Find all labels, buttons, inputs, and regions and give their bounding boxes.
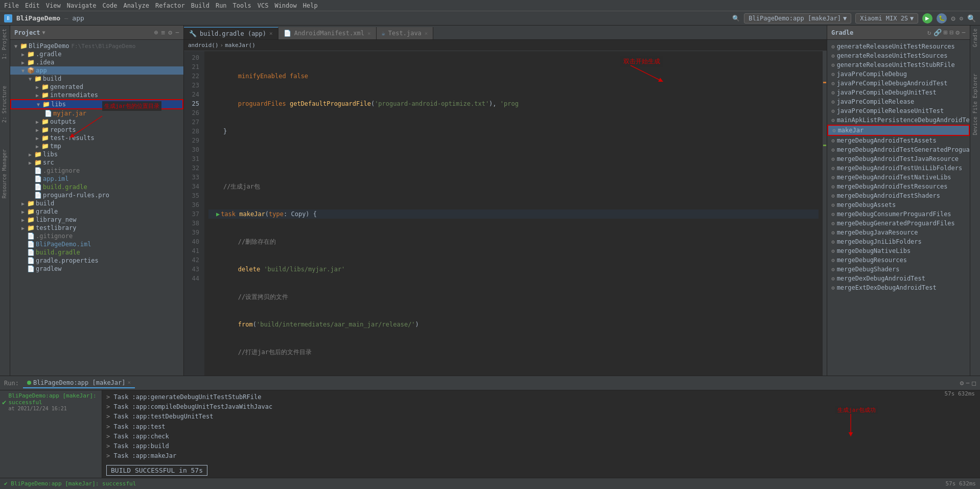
menu-file[interactable]: File — [4, 2, 19, 9]
gradle-task-generateReleaseUnitTestResources[interactable]: ⚙ generateReleaseUnitTestResources — [827, 42, 970, 51]
gradle-icon-minimize[interactable]: − — [962, 29, 966, 36]
gradle-task-mainApkListPersistenceDebugAndroidTest[interactable]: ⚙ mainApkListPersistenceDebugAndroidTest — [827, 115, 970, 125]
run-icon-expand[interactable]: □ — [972, 379, 976, 387]
gradle-task-javaPreCompileDebugUnitTest[interactable]: ⚙ javaPreCompileDebugUnitTest — [827, 88, 970, 97]
tree-root[interactable]: ▼ 📁 BliPageDemo F:\Test\BliPageDemo — [10, 42, 183, 50]
menu-run[interactable]: Run — [216, 2, 227, 9]
tab-manifest-close[interactable]: × — [367, 30, 371, 37]
tab-structure[interactable]: 2: Structure — [0, 83, 10, 126]
menu-edit[interactable]: Edit — [25, 2, 40, 9]
gradle-icon-collapse[interactable]: ⊟ — [950, 29, 954, 36]
gradle-task-generateReleaseUnitTestSources[interactable]: ⚙ generateReleaseUnitTestSources — [827, 51, 970, 60]
tree-item-generated[interactable]: ▶ 📁 generated — [10, 83, 183, 91]
breadcrumb-android[interactable]: android() — [188, 42, 219, 49]
gradle-task-mergeDebugAndroidTestJavaResource[interactable]: ⚙ mergeDebugAndroidTestJavaResource — [827, 154, 970, 164]
run-config-selector[interactable]: BliPageDemo:app [makeJar] ▼ — [744, 13, 851, 24]
tab-manifest[interactable]: 📄 AndroidManifest.xml × — [278, 27, 377, 39]
gradle-icon-settings[interactable]: ⚙ — [955, 29, 960, 36]
code-content[interactable]: minifyEnabled false proguardFiles getDef… — [204, 51, 823, 376]
toolbar-more[interactable]: ⚙ — [960, 15, 963, 22]
code-editor[interactable]: 20 21 22 23 24 25 26 27 28 29 30 31 32 3… — [184, 51, 827, 376]
menu-help[interactable]: Help — [303, 2, 318, 9]
tab-build-gradle[interactable]: 🔧 build.gradle (app) × — [184, 27, 278, 39]
toolbar-search-btn[interactable]: 🔍 — [967, 14, 976, 22]
gradle-task-mergeDebugAndroidTestResources[interactable]: ⚙ mergeDebugAndroidTestResources — [827, 182, 970, 191]
tree-item-reports[interactable]: ▶ 📁 reports — [10, 126, 183, 134]
project-panel-dropdown[interactable]: ▼ — [42, 30, 45, 35]
tree-item-app-gradle[interactable]: 📄 build.gradle — [10, 183, 183, 191]
tree-item-libs-build[interactable]: ▼ 📁 libs — [10, 99, 183, 109]
tree-item-root-gitignore[interactable]: 📄 .gitignore — [10, 232, 183, 240]
tree-item-test-results[interactable]: ▶ 📁 test-results — [10, 134, 183, 142]
tab-device-files[interactable]: Device File Explorer — [971, 71, 979, 138]
breadcrumb-makejar[interactable]: makeJar() — [225, 42, 255, 49]
gradle-task-mergeDebugJniLibFolders[interactable]: ⚙ mergeDebugJniLibFolders — [827, 237, 970, 246]
run-button[interactable]: ▶ — [922, 13, 932, 24]
tree-item-gradle-dir[interactable]: ▶ 📁 .gradle — [10, 50, 183, 58]
toolbar-search[interactable]: ⚙ — [951, 14, 955, 22]
gradle-task-mergeDebugAndroidTestGeneratedProguardFiles[interactable]: ⚙ mergeDebugAndroidTestGeneratedProguard… — [827, 145, 970, 154]
gradle-task-mergeDebugAndroidTestAssets[interactable]: ⚙ mergeDebugAndroidTestAssets — [827, 136, 970, 145]
gradle-task-mergeDebugResources[interactable]: ⚙ mergeDebugResources — [827, 255, 970, 265]
menu-navigate[interactable]: Navigate — [67, 2, 97, 9]
tree-item-build[interactable]: ▼ 📁 build — [10, 75, 183, 83]
tree-item-intermediates[interactable]: ▶ 📁 intermediates — [10, 91, 183, 99]
tree-item-root-iml[interactable]: 📄 BliPageDemo.iml — [10, 240, 183, 248]
tree-item-myjar[interactable]: 📄 myjar.jar — [10, 109, 183, 118]
gradle-task-makeJar[interactable]: ⚙ makeJar — [827, 125, 970, 136]
run-icon-minimize[interactable]: − — [966, 379, 970, 387]
gradle-icon-refresh[interactable]: ↻ — [927, 29, 931, 36]
menu-view[interactable]: View — [46, 2, 61, 9]
tree-item-app-gitignore[interactable]: 📄 .gitignore — [10, 167, 183, 175]
gradle-task-mergeDebugGeneratedProguardFiles[interactable]: ⚙ mergeDebugGeneratedProguardFiles — [827, 219, 970, 228]
tab-gradle-right[interactable]: Gradle — [971, 26, 979, 50]
tree-item-library-new[interactable]: ▶ 📁 library_new — [10, 216, 183, 224]
menu-analyze[interactable]: Analyze — [123, 2, 149, 9]
gradle-icon-link[interactable]: 🔗 — [934, 29, 942, 36]
tree-item-testlibrary[interactable]: ▶ 📁 testlibrary — [10, 224, 183, 232]
gradle-task-mergeDebugAndroidTestShaders[interactable]: ⚙ mergeDebugAndroidTestShaders — [827, 191, 970, 200]
tree-item-idea[interactable]: ▶ 📁 .idea — [10, 58, 183, 66]
icon-locate[interactable]: ⊕ — [154, 29, 158, 36]
tab-test-java-close[interactable]: × — [425, 30, 428, 37]
tree-item-root-gradle[interactable]: ▶ 📁 gradle — [10, 207, 183, 216]
gradle-task-javaPreCompileDebug[interactable]: ⚙ javaPreCompileDebug — [827, 69, 970, 79]
menu-tools[interactable]: Tools — [233, 2, 251, 9]
tree-item-app-libs[interactable]: ▶ 📁 libs — [10, 150, 183, 158]
tree-item-root-build[interactable]: ▶ 📁 build — [10, 199, 183, 207]
gradle-task-generateReleaseUnitTestStubRFile[interactable]: ⚙ generateReleaseUnitTestStubRFile — [827, 60, 970, 69]
gradle-task-javaPreCompileDebugAndroidTest[interactable]: ⚙ javaPreCompileDebugAndroidTest — [827, 79, 970, 88]
gradle-task-mergeExtDexDebugAndroidTest[interactable]: ⚙ mergeExtDexDebugAndroidTest — [827, 283, 970, 292]
tree-item-app-iml[interactable]: 📄 app.iml — [10, 175, 183, 183]
icon-expand[interactable]: ≡ — [161, 29, 166, 36]
gradle-task-mergeDebugJavaResource[interactable]: ⚙ mergeDebugJavaResource — [827, 228, 970, 237]
gradle-task-mergeDebugConsumerProguardFiles[interactable]: ⚙ mergeDebugConsumerProguardFiles — [827, 209, 970, 219]
run-tab-close[interactable]: × — [128, 379, 131, 386]
tree-item-app[interactable]: ▼ 📦 app — [10, 66, 183, 75]
gradle-task-mergeDebugAssets[interactable]: ⚙ mergeDebugAssets — [827, 200, 970, 209]
menu-refactor[interactable]: Refactor — [155, 2, 185, 9]
gradle-task-javaPreCompileReleaseUnitTest[interactable]: ⚙ javaPreCompileReleaseUnitTest — [827, 106, 970, 115]
run-output[interactable]: 57s 632ms > Task :app:generateDebugUnitT… — [102, 390, 980, 478]
gradle-task-mergeDebugShaders[interactable]: ⚙ mergeDebugShaders — [827, 265, 970, 274]
tab-project[interactable]: 1: Project — [0, 26, 10, 62]
gradle-task-mergeDebugAndroidTestNativeLibs[interactable]: ⚙ mergeDebugAndroidTestNativeLibs — [827, 173, 970, 182]
tree-item-src[interactable]: ▶ 📁 src — [10, 158, 183, 167]
gradle-task-mergeDebugAndroidTestUniLibFolders[interactable]: ⚙ mergeDebugAndroidTestUniLibFolders — [827, 164, 970, 173]
tree-item-outputs[interactable]: ▶ 📁 outputs — [10, 118, 183, 126]
tree-item-root-build-gradle[interactable]: 📄 build.gradle — [10, 248, 183, 257]
tab-build-gradle-close[interactable]: × — [269, 30, 273, 37]
device-selector[interactable]: Xiaomi MIX 2S ▼ — [855, 13, 918, 24]
run-icon-settings[interactable]: ⚙ — [960, 379, 964, 387]
menu-window[interactable]: Window — [274, 2, 296, 9]
gradle-task-javaPreCompileRelease[interactable]: ⚙ javaPreCompileRelease — [827, 97, 970, 106]
tree-item-root-props[interactable]: 📄 gradle.properties — [10, 257, 183, 265]
menu-code[interactable]: Code — [103, 2, 118, 9]
gradle-task-mergeDebugNativeLibs[interactable]: ⚙ mergeDebugNativeLibs — [827, 246, 970, 255]
gradle-icon-expand-all[interactable]: ⊞ — [944, 29, 948, 36]
tree-item-proguard[interactable]: 📄 proguard-rules.pro — [10, 191, 183, 199]
run-tab-makejar[interactable]: BliPageDemo:app [makeJar] × — [23, 378, 135, 388]
tab-resource-manager[interactable]: Resource Manager — [0, 146, 10, 201]
tree-item-tmp[interactable]: ▶ 📁 tmp — [10, 142, 183, 150]
debug-button[interactable]: 🐛 — [937, 13, 947, 24]
